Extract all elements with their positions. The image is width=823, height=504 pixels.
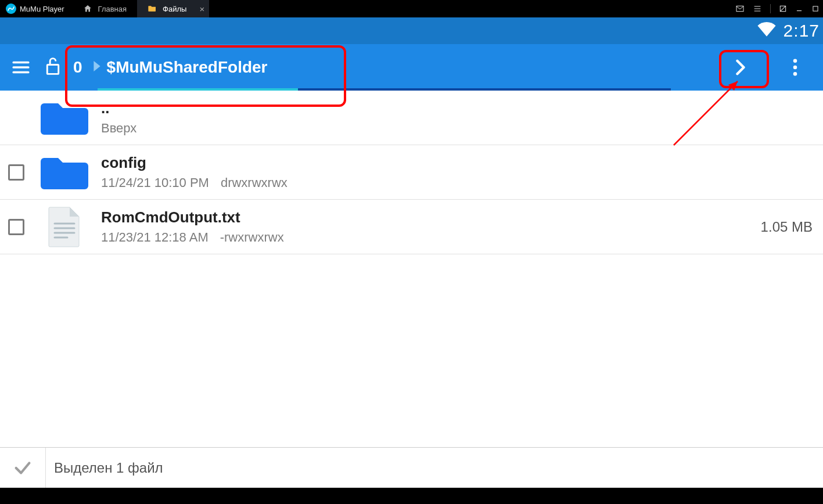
close-icon[interactable]: ×	[199, 4, 204, 14]
selection-bar: Выделен 1 файл	[0, 447, 823, 488]
separator	[770, 4, 771, 13]
tab-files-label: Файлы	[163, 5, 186, 13]
minimize-icon[interactable]	[795, 5, 803, 13]
fullscreen-icon[interactable]	[779, 5, 787, 13]
home-icon	[83, 4, 92, 13]
svg-rect-0	[736, 6, 743, 11]
more-button[interactable]	[781, 53, 809, 81]
status-clock: 2:17	[784, 21, 820, 41]
app-toolbar: 0 $MuMuSharedFolder	[0, 44, 823, 91]
list-item-folder[interactable]: config 11/24/21 10:10 PM drwxrwxrwx	[0, 145, 823, 200]
item-name: RomCmdOutput.txt	[101, 208, 761, 226]
mumu-logo: MuMu Player	[0, 3, 73, 14]
storage-progress-fill	[98, 88, 298, 91]
item-perms: drwxrwxrwx	[221, 175, 287, 190]
list-item-file[interactable]: RomCmdOutput.txt 11/23/21 12:18 AM -rwxr…	[0, 200, 823, 254]
maximize-icon[interactable]	[811, 5, 820, 13]
item-name: config	[101, 154, 813, 172]
folder-icon	[41, 154, 88, 190]
mumu-logo-icon	[6, 3, 16, 14]
storage-progress	[98, 88, 671, 91]
confirm-selection-button[interactable]	[0, 458, 45, 478]
text-file-icon	[41, 209, 88, 245]
mumu-brand-text: MuMu Player	[20, 5, 64, 13]
tab-files[interactable]: Файлы ×	[137, 0, 209, 17]
svg-rect-2	[813, 6, 818, 11]
item-date: 11/23/21 12:18 AM	[101, 230, 209, 245]
svg-point-6	[793, 72, 797, 76]
breadcrumb-current[interactable]: $MuMuSharedFolder	[107, 58, 268, 77]
svg-rect-3	[47, 65, 58, 74]
file-list: .. Вверх config 11/24/21 10:10 PM drwxrw…	[0, 91, 823, 254]
hamburger-button[interactable]	[0, 57, 42, 77]
chevron-right-icon	[93, 61, 101, 74]
list-item-up[interactable]: .. Вверх	[0, 91, 823, 145]
checkbox[interactable]	[8, 219, 24, 235]
breadcrumb[interactable]: 0 $MuMuSharedFolder	[42, 44, 268, 91]
window-controls	[735, 0, 820, 17]
folder-icon	[41, 100, 88, 136]
item-perms: -rwxrwxrwx	[220, 230, 284, 245]
tab-home-label: Главная	[98, 5, 127, 13]
folder-icon	[148, 4, 157, 13]
divider	[45, 448, 46, 488]
mumu-window-chrome: MuMu Player Главная Файлы ×	[0, 0, 823, 17]
item-size: 1.05 MB	[761, 219, 813, 235]
wifi-icon	[757, 21, 777, 41]
menu-icon[interactable]	[753, 4, 762, 13]
item-name: ..	[101, 99, 813, 117]
selection-text: Выделен 1 файл	[54, 460, 163, 476]
mail-icon[interactable]	[735, 4, 745, 13]
unlock-icon	[44, 56, 62, 78]
checkbox[interactable]	[8, 164, 24, 181]
svg-point-4	[793, 59, 797, 63]
item-date: 11/24/21 10:10 PM	[101, 175, 209, 190]
svg-point-5	[793, 66, 797, 70]
breadcrumb-root[interactable]: 0	[73, 58, 82, 77]
tab-home[interactable]: Главная	[73, 0, 137, 17]
forward-button[interactable]	[727, 53, 754, 81]
android-status-bar: 2:17	[0, 17, 823, 44]
item-sublabel: Вверх	[101, 121, 136, 136]
android-nav-bar	[0, 488, 823, 504]
